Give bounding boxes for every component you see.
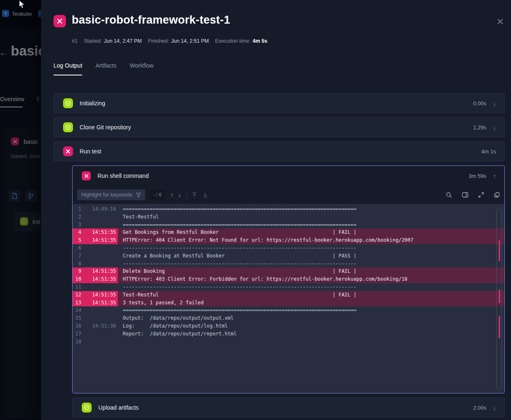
log-console: 114:49:16===============================…: [73, 204, 504, 393]
step-label: Run shell command: [97, 172, 149, 179]
log-line: 6---------------------------------------…: [73, 244, 504, 252]
log-line: 17Report: /data/repo/output/report.html: [73, 330, 504, 338]
log-lines: 114:49:16===============================…: [73, 205, 504, 345]
app-root: T Testkube ← basic Overview Ex basic Sta…: [0, 0, 511, 420]
log-line: 14======================================…: [73, 306, 504, 314]
step-run-shell-command[interactable]: Run shell command 3m 59s ↑: [73, 166, 504, 186]
step-initializing[interactable]: Initializing 0.00s ↓: [54, 93, 505, 113]
log-line: 1214:51:35Test-Restful | FAIL |: [73, 291, 504, 299]
step-label: Initializing: [80, 100, 105, 107]
fullscreen-icon[interactable]: [478, 192, 484, 198]
drawer-title: basic-robot-framework-test-1: [72, 14, 230, 27]
error-scroll-mark: [499, 316, 500, 338]
log-toolbar: Highlight for keywords - / 6 ↑ ↓: [73, 186, 504, 204]
toolbar-divider: [186, 192, 187, 198]
step-duration: 2.00s: [473, 405, 487, 411]
search-icon[interactable]: [446, 192, 452, 198]
tab-workflow[interactable]: Workflow: [130, 62, 153, 75]
log-line: 514:51:35HTTPError: 404 Client Error: No…: [73, 236, 504, 244]
line-wrap-icon[interactable]: [462, 192, 468, 198]
execution-time-value: 4m 5s: [253, 38, 267, 44]
passed-status-icon: [63, 98, 73, 108]
scroll-to-bottom-icon[interactable]: [202, 192, 208, 198]
expand-arrow-icon[interactable]: ↓: [493, 405, 496, 411]
close-icon[interactable]: [496, 17, 504, 26]
filter-icon: [136, 192, 141, 197]
step-clone-git-repository[interactable]: Clone Git repository 1.29s ↓: [54, 117, 505, 137]
run-test-children: Run shell command 3m 59s ↑ Highlight for…: [72, 165, 505, 418]
execution-failed-status-icon: [54, 15, 66, 27]
passed-status-icon: [63, 122, 73, 132]
execution-time-label: Execution time:: [215, 38, 250, 44]
step-upload-artifacts[interactable]: Upload artifacts 2.00s ↓: [72, 398, 505, 418]
log-line: 15Output: /data/repo/output/output.xml: [73, 314, 504, 322]
step-duration: 1.29s: [473, 124, 487, 131]
finished-value: Jun 14, 2:51 PM: [171, 38, 209, 44]
copy-icon[interactable]: [494, 192, 500, 198]
log-line: 11--------------------------------------…: [73, 283, 504, 291]
previous-match-icon[interactable]: ↑: [170, 192, 173, 198]
started-label: Started:: [84, 38, 102, 44]
error-scroll-mark: [499, 289, 500, 303]
failed-status-icon: [63, 146, 73, 156]
log-line: 1614:51:36Log: /data/repo/output/log.htm…: [73, 322, 504, 330]
scroll-to-top-icon[interactable]: [192, 192, 197, 198]
log-line: 3=======================================…: [73, 221, 504, 229]
execution-number: #1: [72, 38, 78, 44]
log-line: 7Create a Booking at Restful Booker | PA…: [73, 252, 504, 260]
background-page: T Testkube ← basic Overview Ex basic Sta…: [0, 0, 41, 420]
highlight-keywords-input[interactable]: Highlight for keywords: [77, 189, 145, 200]
passed-status-icon: [82, 403, 92, 413]
log-line: 914:51:35Delete Booking | FAIL |: [73, 267, 504, 275]
step-duration: 3m 59s: [469, 173, 487, 179]
modal-mask: [0, 0, 41, 420]
run-shell-command-panel: Run shell command 3m 59s ↑ Highlight for…: [72, 165, 505, 393]
expand-arrow-icon[interactable]: ↓: [493, 100, 496, 107]
workflow-steps: Initializing 0.00s ↓ Clone Git repositor…: [54, 93, 505, 420]
log-line: 114:49:16===============================…: [73, 205, 504, 213]
highlight-keywords-placeholder: Highlight for keywords: [81, 192, 132, 198]
log-line: 2Test-Restful: [73, 213, 504, 221]
tab-artifacts[interactable]: Artifacts: [95, 62, 117, 75]
execution-meta: #1 Started: Jun 14, 2:47 PM Finished: Ju…: [72, 38, 267, 44]
step-duration: 4m 1s: [482, 148, 496, 155]
match-counter: - / 6: [149, 190, 165, 200]
started-value: Jun 14, 2:47 PM: [104, 38, 142, 44]
step-label: Run test: [80, 148, 101, 155]
expand-arrow-icon[interactable]: ↓: [493, 124, 496, 131]
finished-label: Finished:: [148, 38, 169, 44]
step-run-test[interactable]: Run test 4m 1s: [54, 141, 505, 161]
execution-drawer: basic-robot-framework-test-1 #1 Started:…: [41, 0, 511, 420]
step-label: Clone Git repository: [80, 124, 131, 131]
log-scrollbar[interactable]: [496, 208, 502, 389]
failed-status-icon: [82, 171, 91, 180]
collapse-arrow-icon[interactable]: ↑: [493, 173, 496, 179]
step-duration: 0.00s: [473, 100, 487, 107]
drawer-tabs: Log Output Artifacts Workflow: [54, 62, 153, 75]
log-line: 8---------------------------------------…: [73, 260, 504, 268]
log-line: 1314:51:353 tests, 1 passed, 2 failed: [73, 299, 504, 307]
step-label: Upload artifacts: [98, 404, 139, 411]
log-line: 414:51:35Get Bookings from Restful Booke…: [73, 228, 504, 236]
log-line: 18: [73, 338, 504, 346]
error-scroll-mark: [499, 240, 500, 261]
tab-log-output[interactable]: Log Output: [54, 62, 82, 75]
toolbar-right-group: [446, 192, 500, 198]
log-line: 1014:51:35HTTPError: 403 Client Error: F…: [73, 275, 504, 283]
next-match-icon[interactable]: ↓: [178, 192, 181, 198]
